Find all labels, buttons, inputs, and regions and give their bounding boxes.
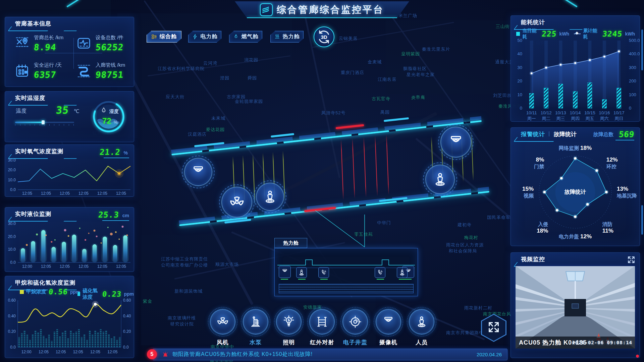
device-circle[interactable] bbox=[409, 309, 434, 335]
stat-label: 管廊总长 /km bbox=[34, 35, 63, 41]
panel-title: 实时氧气浓度监测 bbox=[15, 147, 63, 155]
popup-tab[interactable]: 热力舱 bbox=[274, 238, 307, 248]
legend-swatch bbox=[77, 292, 80, 296]
pipeline-icon bbox=[76, 63, 92, 79]
svg-text:0.20: 0.20 bbox=[8, 329, 16, 334]
svg-text:入侵: 入侵 bbox=[538, 221, 548, 227]
device-照明[interactable]: 照明 bbox=[275, 309, 303, 346]
panel-title: 甲烷和硫化氢浓度监测 bbox=[15, 279, 75, 287]
video-fullscreen-icon[interactable] bbox=[627, 255, 636, 264]
cabin-popup: 热力舱 bbox=[274, 238, 418, 296]
map-place-label: 炎帝庵 bbox=[411, 95, 425, 101]
device-风机[interactable]: 风机 bbox=[209, 309, 236, 346]
map-badge-person-pin[interactable] bbox=[256, 183, 284, 211]
legend-swatch bbox=[20, 290, 24, 294]
popup-sensor-person-pin[interactable] bbox=[296, 267, 307, 278]
svg-text:12:05: 12:05 bbox=[78, 264, 89, 269]
svg-text:12:05: 12:05 bbox=[97, 264, 107, 269]
tab-综合舱[interactable]: 综合舱 bbox=[147, 31, 181, 43]
map-badge-person-pin[interactable] bbox=[425, 165, 455, 194]
scrollbar-thumb[interactable] bbox=[641, 29, 643, 70]
siren-icon bbox=[162, 351, 169, 358]
svg-text:0.0: 0.0 bbox=[10, 345, 16, 350]
device-label: 电子井盖 bbox=[341, 339, 369, 346]
map-badge-radiation[interactable] bbox=[221, 187, 252, 218]
map-place-label: 云锦美居 bbox=[339, 36, 358, 42]
person-pin-icon bbox=[262, 189, 278, 204]
svg-text:0: 0 bbox=[629, 106, 631, 111]
tunnel-pipe-line bbox=[375, 136, 378, 196]
crosshair-decor bbox=[45, 53, 102, 53]
map-place-label: 江苏中烟工业有限责任 bbox=[161, 256, 208, 262]
svg-text:10/14: 10/14 bbox=[570, 110, 581, 115]
svg-text:12:05: 12:05 bbox=[39, 350, 49, 354]
temperature-value: 35 bbox=[55, 104, 69, 116]
tab-电力舱[interactable]: 电力舱 bbox=[188, 31, 221, 43]
svg-text:10/13: 10/13 bbox=[555, 110, 566, 115]
tab-热力舱[interactable]: 热力舱 bbox=[270, 31, 304, 43]
device-摄像机[interactable]: 摄像机 bbox=[375, 309, 402, 346]
popup-sensor-intercom[interactable] bbox=[318, 267, 329, 278]
device-label: 人员 bbox=[408, 339, 435, 346]
panel-alarm-stats: 报警统计 | 故障统计 故障总数 569 网络监测 18%12%环控13%地基沉… bbox=[511, 127, 640, 246]
svg-text:周日: 周日 bbox=[614, 116, 623, 121]
device-circle[interactable] bbox=[276, 309, 302, 335]
device-label: 风机 bbox=[209, 339, 236, 346]
basic-stat: 安全运行 /天6357 bbox=[14, 62, 62, 80]
tunnel-pipe-line bbox=[386, 134, 389, 195]
device-人员[interactable]: 人员 bbox=[408, 309, 435, 346]
map-place-label: 零五佳苑 bbox=[354, 231, 373, 237]
device-电子井盖[interactable]: 电子井盖 bbox=[341, 309, 369, 346]
svg-text:周二: 周二 bbox=[542, 116, 550, 121]
device-circle[interactable] bbox=[342, 309, 368, 335]
device-circle[interactable] bbox=[210, 309, 235, 335]
scrollbar-thumb[interactable] bbox=[641, 205, 643, 235]
svg-text:12:05: 12:05 bbox=[97, 191, 107, 196]
svg-text:10/12: 10/12 bbox=[541, 110, 552, 115]
tab-燃气舱[interactable]: 燃气舱 bbox=[229, 31, 262, 43]
slider-handle[interactable] bbox=[42, 120, 45, 124]
device-circle[interactable] bbox=[243, 309, 268, 335]
device-circle[interactable] bbox=[309, 309, 335, 335]
popup-sensor-person-pin[interactable] bbox=[397, 267, 408, 278]
tab-fault-stats[interactable]: 故障统计 bbox=[554, 130, 577, 138]
tunnel-pipe-line bbox=[341, 139, 344, 200]
dome-camera-icon bbox=[191, 164, 206, 180]
svg-text:50: 50 bbox=[518, 38, 522, 43]
device-水泵[interactable]: 水泵 bbox=[242, 309, 269, 346]
popup-camera-left[interactable] bbox=[279, 266, 291, 278]
map-place-label: 紫金 bbox=[143, 298, 152, 304]
map-place-label: 皇明紫园 bbox=[401, 51, 420, 57]
gas-cabin-icon bbox=[233, 34, 239, 40]
oxygen-line-chart: 30.020.010.00.012:0512:0512:0512:0512:05… bbox=[5, 158, 134, 196]
tab-alarm-stats[interactable]: 报警统计 bbox=[521, 130, 545, 138]
svg-text:400.0: 400.0 bbox=[629, 51, 640, 56]
device-circle[interactable] bbox=[376, 309, 401, 335]
oxygen-value: 21.2 bbox=[99, 147, 121, 157]
view-3d-button[interactable]: 3D bbox=[314, 26, 334, 47]
temperature-slider[interactable] bbox=[15, 120, 74, 126]
map-place-label: 重庆门酒店 bbox=[341, 70, 364, 76]
alert-ticker[interactable]: 5 朝阳路管廊ACU05热力舱红外系统 K0+150处出现故障! 2020.04… bbox=[153, 349, 507, 360]
radiation-icon bbox=[228, 194, 246, 211]
temperature-label: 温度 bbox=[16, 108, 26, 115]
svg-text:10.0: 10.0 bbox=[8, 178, 16, 182]
map-badge-dome-camera[interactable] bbox=[184, 158, 212, 186]
svg-text:13%: 13% bbox=[617, 186, 628, 192]
manhole-icon bbox=[348, 315, 362, 328]
svg-text:0: 0 bbox=[520, 106, 522, 111]
map-place-label: 秦淮元里东片 bbox=[422, 46, 450, 52]
svg-text:0.40: 0.40 bbox=[8, 314, 16, 318]
fan-icon bbox=[216, 315, 229, 328]
device-红外对射[interactable]: 红外对射 bbox=[308, 309, 336, 346]
legend-value: 0.56 bbox=[48, 288, 68, 296]
panel-liquid-level: 实时液位监测 25.3 cm 30.020.010.00.012:0012:05… bbox=[5, 207, 134, 272]
popup-sensor-intercom[interactable] bbox=[375, 267, 385, 278]
svg-text:网络监测 18%: 网络监测 18% bbox=[559, 145, 592, 151]
map-place-label: 凤游寺52号 bbox=[321, 110, 345, 116]
map-place-label: 梅花村 bbox=[464, 235, 478, 241]
video-player[interactable]: ACU05 热力舱 K0+135 2020-02-06 09:08:14 bbox=[516, 266, 635, 349]
humidity-gauge: 湿度 72 % bbox=[90, 98, 127, 135]
svg-text:12:05: 12:05 bbox=[78, 191, 89, 196]
map-badge-dome-camera[interactable] bbox=[440, 127, 471, 158]
